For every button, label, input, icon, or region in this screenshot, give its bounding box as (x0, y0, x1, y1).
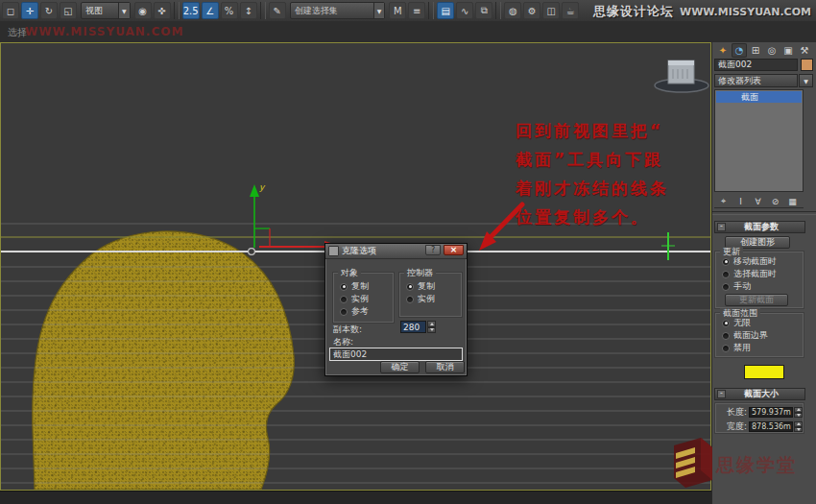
radio-dot-icon (722, 258, 730, 266)
watermark-row2: WWW.MISSYUAN.COM (25, 25, 183, 38)
mirror-icon[interactable]: M (389, 2, 406, 19)
dialog-body: 对象 复制 实例 参考 (325, 259, 467, 378)
radio-update-when-selected[interactable]: 选择截面时 (716, 268, 803, 280)
modifier-stack-item[interactable]: 截面 (716, 91, 802, 103)
copies-value[interactable]: 280 (400, 321, 426, 333)
remove-modifier-icon[interactable]: ⊘ (769, 197, 781, 206)
pin-stack-icon[interactable]: ⌖ (717, 196, 730, 206)
schematic-view-icon[interactable]: ⧉ (475, 2, 492, 19)
use-pivot-center-icon[interactable]: ◉ (134, 2, 152, 19)
modifier-list-arrow-icon[interactable]: ▼ (799, 74, 813, 87)
dialog-close-button[interactable]: × (444, 245, 464, 255)
radio-extents-off[interactable]: 禁用 (716, 342, 803, 354)
object-name-field[interactable]: 截面002 (714, 59, 798, 71)
curve-editor-icon[interactable]: ∿ (456, 2, 473, 19)
render-production-icon[interactable]: ☕ (562, 2, 579, 19)
spinner-down-icon[interactable] (794, 427, 803, 433)
chevron-down-icon[interactable]: ▼ (373, 3, 385, 18)
tab-motion[interactable]: ◎ (764, 43, 780, 58)
toolbar-separator (260, 2, 266, 19)
modifier-list-dropdown[interactable]: 修改器列表 (714, 74, 798, 87)
spinner-down-icon[interactable] (427, 327, 436, 334)
reference-coordinate-dropdown-label: 视图 (82, 5, 118, 17)
dialog-help-button[interactable]: ? (425, 245, 441, 255)
status-strip (0, 491, 711, 504)
modifier-stack[interactable]: 截面 (714, 89, 804, 192)
update-group-label: 更新 (720, 247, 743, 256)
make-unique-icon[interactable]: ∀ (752, 197, 764, 206)
copies-label: 副本数: (333, 324, 362, 336)
viewcube[interactable] (655, 60, 708, 92)
wireframe-mesh-object[interactable] (33, 231, 295, 490)
ok-button[interactable]: 确定 (380, 361, 420, 373)
angle-snap-icon[interactable]: ∠ (202, 2, 219, 19)
radio-dot-icon (722, 283, 730, 291)
gizmo-center-handle[interactable] (249, 249, 255, 255)
tab-modify[interactable]: ◔ (732, 43, 747, 58)
length-field[interactable]: 579.937m (749, 407, 793, 418)
rollout-section-parameters[interactable]: - 截面参数 (714, 221, 805, 233)
object-color-swatch[interactable] (801, 59, 813, 71)
radio-dot-icon (406, 296, 414, 303)
radio-controller-copy[interactable]: 复制 (400, 280, 461, 293)
length-spinner-arrows[interactable] (794, 407, 803, 418)
radio-object-reference[interactable]: 参考 (334, 305, 393, 318)
select-scale-icon[interactable]: ◱ (60, 2, 77, 19)
select-manipulate-icon[interactable]: ✜ (154, 2, 171, 19)
edit-selection-set-icon[interactable]: ✎ (269, 2, 286, 19)
collapse-icon[interactable]: - (717, 390, 726, 398)
chevron-down-icon[interactable]: ▼ (118, 3, 130, 18)
tab-display[interactable]: ▣ (780, 43, 796, 58)
annotation-line: 着刚才冻结的线条 (516, 174, 693, 203)
toolbar-icon-strip: ◻✛↻◱视图▼◉✜2.5∠%↕✎创建选择集▼M≡▤∿⧉◍⚙◫☕ (0, 0, 579, 21)
radio-dot-icon (722, 332, 730, 340)
snap-toggle-icon[interactable]: 2.5 (182, 2, 200, 19)
named-selection-dropdown[interactable]: 创建选择集▼ (290, 2, 386, 19)
rollout-section-size[interactable]: - 截面大小 (714, 388, 805, 400)
material-editor-icon[interactable]: ◍ (504, 2, 521, 19)
update-section-button[interactable]: 更新截面 (725, 294, 788, 306)
width-field[interactable]: 878.536m (749, 421, 793, 432)
radio-update-when-moves[interactable]: 移动截面时 (716, 255, 803, 268)
rendered-frame-icon[interactable]: ◫ (542, 2, 560, 19)
extents-group-label: 截面范围 (720, 308, 760, 318)
show-end-result-icon[interactable]: I (734, 197, 747, 206)
layer-manager-icon[interactable]: ▤ (437, 2, 454, 19)
named-selection-dropdown-label: 创建选择集 (291, 5, 373, 17)
radio-object-copy[interactable]: 复制 (334, 280, 393, 293)
tab-hierarchy[interactable]: ⊞ (748, 43, 763, 58)
render-setup-icon[interactable]: ⚙ (523, 2, 540, 19)
clone-options-dialog[interactable]: 克隆选项 ? × 对象 复制 实例 (324, 243, 468, 376)
copies-spinner-arrows[interactable] (427, 321, 436, 333)
dialog-titlebar[interactable]: 克隆选项 ? × (325, 244, 467, 259)
copies-spinner[interactable]: 280 (400, 321, 436, 333)
3dsmax-window: ◻✛↻◱视图▼◉✜2.5∠%↕✎创建选择集▼M≡▤∿⧉◍⚙◫☕ 思缘设计论坛 W… (0, 0, 816, 504)
select-rotate-icon[interactable]: ↻ (40, 2, 58, 19)
spinner-down-icon[interactable] (794, 413, 803, 419)
configure-modifier-sets-icon[interactable]: ▦ (786, 197, 799, 206)
name-input[interactable]: 截面002 (329, 348, 463, 361)
tab-utilities[interactable]: ⚒ (797, 43, 812, 58)
width-spinner-arrows[interactable] (794, 421, 803, 432)
gizmo-y-arrowhead[interactable] (250, 184, 259, 197)
controller-groupbox: 控制器 复制 实例 (399, 273, 462, 317)
select-region-icon[interactable]: ◻ (2, 2, 19, 19)
reference-coordinate-dropdown[interactable]: 视图▼ (81, 2, 131, 19)
align-icon[interactable]: ≡ (408, 2, 425, 19)
select-move-icon[interactable]: ✛ (21, 2, 38, 19)
length-label: 长度: (716, 406, 749, 419)
width-label: 宽度: (716, 420, 749, 433)
percent-snap-icon[interactable]: % (221, 2, 238, 19)
radio-update-manually[interactable]: 手动 (716, 280, 803, 293)
collapse-icon[interactable]: - (717, 223, 726, 231)
radio-object-instance[interactable]: 实例 (334, 293, 393, 305)
spinner-snap-icon[interactable]: ↕ (240, 2, 257, 19)
gizmo-y-label: y (259, 182, 266, 192)
radio-extents-infinite[interactable]: 无限 (716, 317, 803, 329)
radio-controller-instance[interactable]: 实例 (400, 293, 461, 305)
radio-extents-boundary[interactable]: 截面边界 (716, 329, 803, 342)
cancel-button[interactable]: 取消 (425, 361, 465, 373)
tab-create[interactable]: ✦ (715, 43, 731, 58)
watermark-site: 思缘设计论坛 WWW.MISSYUAN.COM (593, 3, 811, 20)
section-line-color-swatch[interactable] (744, 365, 784, 379)
